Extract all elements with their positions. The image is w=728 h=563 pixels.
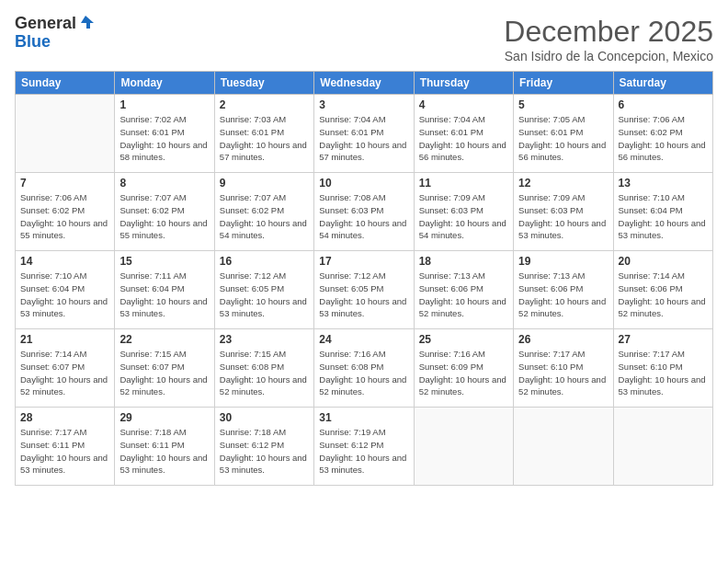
day-info: Sunrise: 7:02 AMSunset: 6:01 PMDaylight:… xyxy=(119,113,209,164)
day-header-wednesday: Wednesday xyxy=(314,72,414,95)
day-info: Sunrise: 7:19 AMSunset: 6:12 PMDaylight:… xyxy=(319,426,408,477)
day-header-monday: Monday xyxy=(115,72,214,95)
calendar-cell xyxy=(514,408,613,486)
day-number: 30 xyxy=(220,411,309,424)
day-info: Sunrise: 7:10 AMSunset: 6:04 PMDaylight:… xyxy=(619,191,708,242)
calendar-cell: 16Sunrise: 7:12 AMSunset: 6:05 PMDayligh… xyxy=(214,251,313,329)
day-info: Sunrise: 7:03 AMSunset: 6:01 PMDaylight:… xyxy=(220,113,309,164)
logo: General Blue xyxy=(15,15,94,52)
calendar-cell: 27Sunrise: 7:17 AMSunset: 6:10 PMDayligh… xyxy=(613,329,712,408)
day-number: 27 xyxy=(619,333,708,346)
calendar-cell: 23Sunrise: 7:15 AMSunset: 6:08 PMDayligh… xyxy=(214,329,313,408)
day-number: 6 xyxy=(619,98,708,111)
day-header-thursday: Thursday xyxy=(414,72,513,95)
day-number: 20 xyxy=(619,255,708,268)
day-number: 25 xyxy=(419,333,508,346)
day-header-sunday: Sunday xyxy=(16,72,115,95)
calendar-cell: 8Sunrise: 7:07 AMSunset: 6:02 PMDaylight… xyxy=(115,173,214,251)
day-header-friday: Friday xyxy=(514,72,613,95)
month-title: December 2025 xyxy=(504,15,713,49)
calendar-cell: 11Sunrise: 7:09 AMSunset: 6:03 PMDayligh… xyxy=(414,173,513,251)
day-number: 9 xyxy=(220,177,309,190)
calendar-cell: 29Sunrise: 7:18 AMSunset: 6:11 PMDayligh… xyxy=(115,408,214,486)
calendar-cell: 21Sunrise: 7:14 AMSunset: 6:07 PMDayligh… xyxy=(16,329,115,408)
calendar-cell: 17Sunrise: 7:12 AMSunset: 6:05 PMDayligh… xyxy=(314,251,414,329)
day-info: Sunrise: 7:09 AMSunset: 6:03 PMDaylight:… xyxy=(518,191,608,242)
day-number: 8 xyxy=(119,177,209,190)
day-number: 19 xyxy=(518,255,608,268)
calendar-cell xyxy=(16,95,115,173)
day-number: 31 xyxy=(319,411,408,424)
calendar-week-row: 14Sunrise: 7:10 AMSunset: 6:04 PMDayligh… xyxy=(16,251,713,329)
logo-general: General xyxy=(15,15,76,33)
day-number: 18 xyxy=(419,255,508,268)
day-number: 7 xyxy=(20,177,109,190)
day-info: Sunrise: 7:12 AMSunset: 6:05 PMDaylight:… xyxy=(220,270,309,320)
day-number: 17 xyxy=(319,255,408,268)
calendar-cell: 26Sunrise: 7:17 AMSunset: 6:10 PMDayligh… xyxy=(514,329,613,408)
day-number: 23 xyxy=(220,333,309,346)
logo-blue: Blue xyxy=(15,33,51,52)
day-number: 14 xyxy=(20,255,109,268)
calendar-cell: 14Sunrise: 7:10 AMSunset: 6:04 PMDayligh… xyxy=(16,251,115,329)
calendar-cell xyxy=(414,408,513,486)
calendar-week-row: 21Sunrise: 7:14 AMSunset: 6:07 PMDayligh… xyxy=(16,329,713,408)
calendar-cell: 18Sunrise: 7:13 AMSunset: 6:06 PMDayligh… xyxy=(414,251,513,329)
logo-bird-icon xyxy=(77,14,94,30)
day-number: 13 xyxy=(619,177,708,190)
day-info: Sunrise: 7:09 AMSunset: 6:03 PMDaylight:… xyxy=(419,191,508,242)
day-number: 29 xyxy=(119,411,209,424)
calendar-cell: 31Sunrise: 7:19 AMSunset: 6:12 PMDayligh… xyxy=(314,408,414,486)
day-number: 15 xyxy=(119,255,209,268)
day-number: 12 xyxy=(518,177,608,190)
day-info: Sunrise: 7:11 AMSunset: 6:04 PMDaylight:… xyxy=(119,270,209,320)
day-number: 26 xyxy=(518,333,608,346)
day-info: Sunrise: 7:17 AMSunset: 6:10 PMDaylight:… xyxy=(518,348,608,398)
day-info: Sunrise: 7:04 AMSunset: 6:01 PMDaylight:… xyxy=(419,113,508,164)
calendar-cell: 3Sunrise: 7:04 AMSunset: 6:01 PMDaylight… xyxy=(314,95,414,173)
calendar-cell: 15Sunrise: 7:11 AMSunset: 6:04 PMDayligh… xyxy=(115,251,214,329)
day-number: 24 xyxy=(319,333,408,346)
day-info: Sunrise: 7:10 AMSunset: 6:04 PMDaylight:… xyxy=(20,270,109,320)
day-info: Sunrise: 7:13 AMSunset: 6:06 PMDaylight:… xyxy=(419,270,508,320)
calendar-cell: 20Sunrise: 7:14 AMSunset: 6:06 PMDayligh… xyxy=(613,251,712,329)
calendar-cell: 2Sunrise: 7:03 AMSunset: 6:01 PMDaylight… xyxy=(214,95,313,173)
day-info: Sunrise: 7:14 AMSunset: 6:06 PMDaylight:… xyxy=(619,270,708,320)
day-info: Sunrise: 7:15 AMSunset: 6:08 PMDaylight:… xyxy=(220,348,309,398)
day-info: Sunrise: 7:18 AMSunset: 6:12 PMDaylight:… xyxy=(220,426,309,477)
day-info: Sunrise: 7:06 AMSunset: 6:02 PMDaylight:… xyxy=(619,113,708,164)
location-title: San Isidro de la Concepcion, Mexico xyxy=(504,49,713,63)
day-info: Sunrise: 7:14 AMSunset: 6:07 PMDaylight:… xyxy=(20,348,109,398)
day-info: Sunrise: 7:07 AMSunset: 6:02 PMDaylight:… xyxy=(220,191,309,242)
day-number: 1 xyxy=(119,98,209,111)
calendar-cell: 28Sunrise: 7:17 AMSunset: 6:11 PMDayligh… xyxy=(16,408,115,486)
calendar-week-row: 28Sunrise: 7:17 AMSunset: 6:11 PMDayligh… xyxy=(16,408,713,486)
day-number: 11 xyxy=(419,177,508,190)
svg-marker-0 xyxy=(81,16,94,29)
calendar-cell: 5Sunrise: 7:05 AMSunset: 6:01 PMDaylight… xyxy=(514,95,613,173)
day-info: Sunrise: 7:08 AMSunset: 6:03 PMDaylight:… xyxy=(319,191,408,242)
calendar-cell: 12Sunrise: 7:09 AMSunset: 6:03 PMDayligh… xyxy=(514,173,613,251)
day-number: 10 xyxy=(319,177,408,190)
calendar-cell: 19Sunrise: 7:13 AMSunset: 6:06 PMDayligh… xyxy=(514,251,613,329)
title-block: December 2025 San Isidro de la Concepcio… xyxy=(504,15,713,63)
day-info: Sunrise: 7:06 AMSunset: 6:02 PMDaylight:… xyxy=(20,191,109,242)
calendar-week-row: 7Sunrise: 7:06 AMSunset: 6:02 PMDaylight… xyxy=(16,173,713,251)
calendar-cell: 30Sunrise: 7:18 AMSunset: 6:12 PMDayligh… xyxy=(214,408,313,486)
day-info: Sunrise: 7:16 AMSunset: 6:09 PMDaylight:… xyxy=(419,348,508,398)
day-number: 16 xyxy=(220,255,309,268)
day-number: 5 xyxy=(518,98,608,111)
day-header-saturday: Saturday xyxy=(613,72,712,95)
day-info: Sunrise: 7:13 AMSunset: 6:06 PMDaylight:… xyxy=(518,270,608,320)
day-info: Sunrise: 7:15 AMSunset: 6:07 PMDaylight:… xyxy=(119,348,209,398)
day-number: 28 xyxy=(20,411,109,424)
day-number: 22 xyxy=(119,333,209,346)
day-info: Sunrise: 7:17 AMSunset: 6:11 PMDaylight:… xyxy=(20,426,109,477)
day-info: Sunrise: 7:05 AMSunset: 6:01 PMDaylight:… xyxy=(518,113,608,164)
calendar-header-row: SundayMondayTuesdayWednesdayThursdayFrid… xyxy=(16,72,713,95)
day-number: 21 xyxy=(20,333,109,346)
calendar-cell: 6Sunrise: 7:06 AMSunset: 6:02 PMDaylight… xyxy=(613,95,712,173)
day-info: Sunrise: 7:04 AMSunset: 6:01 PMDaylight:… xyxy=(319,113,408,164)
calendar-cell: 10Sunrise: 7:08 AMSunset: 6:03 PMDayligh… xyxy=(314,173,414,251)
calendar-cell: 22Sunrise: 7:15 AMSunset: 6:07 PMDayligh… xyxy=(115,329,214,408)
